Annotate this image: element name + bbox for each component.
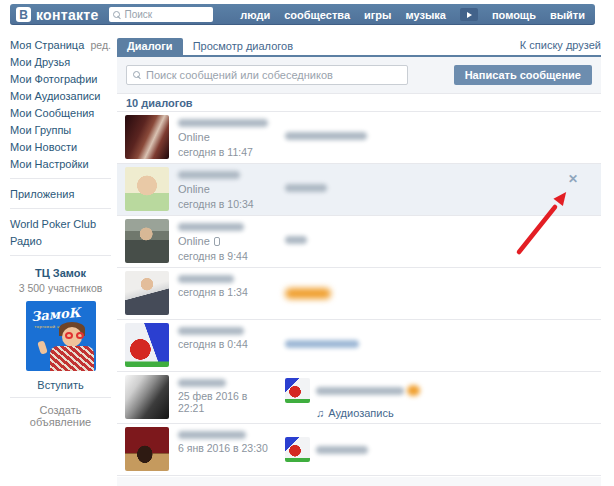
ad-kid-glasses — [76, 332, 84, 339]
ad-kid-glasses — [65, 332, 73, 339]
vk-logo-icon: В — [16, 7, 31, 22]
message-text-redacted — [316, 387, 404, 395]
ad-join-link[interactable]: Вступить — [10, 379, 111, 391]
mobile-icon — [214, 237, 220, 246]
sidebar-menu-item[interactable]: Мои Фотографии — [10, 70, 111, 87]
dialog-info: сегодня в 1:34 — [178, 268, 276, 319]
sidebar-menu-item[interactable]: Мои Группы — [10, 121, 111, 138]
sidebar-menu: Моя Страница ред. Мои Друзья Мои Фотогра… — [10, 36, 111, 172]
ad-group-title-link[interactable]: ТЦ Замок — [10, 267, 111, 279]
sidebar-menu-item[interactable]: Мои Новости — [10, 138, 111, 155]
message-text-redacted — [285, 236, 307, 244]
to-friends-list-link[interactable]: К списку друзей — [520, 39, 601, 55]
message-preview — [285, 112, 601, 163]
dialog-name-redacted — [178, 171, 240, 179]
sidebar: Моя Страница ред. Мои Друзья Мои Фотогра… — [10, 36, 111, 428]
dialog-avatar[interactable] — [125, 323, 169, 367]
ad-kid-shirt — [50, 346, 94, 371]
nav-games[interactable]: игры — [364, 9, 391, 21]
dialog-info: 25 фев 2016 в 22:21 — [178, 372, 276, 423]
attachment-thumbnail — [285, 437, 310, 462]
message-preview: ♫ Аудиозапись — [285, 372, 601, 423]
dialog-row[interactable]: 25 фев 2016 в 22:21 ♫ Аудиозапись — [117, 372, 601, 424]
vk-logo[interactable]: В контакте — [16, 7, 99, 23]
nav-communities[interactable]: сообщества — [284, 9, 350, 21]
dialog-avatar[interactable] — [125, 375, 169, 419]
dialog-avatar[interactable] — [125, 219, 169, 263]
dialog-name-redacted — [178, 431, 246, 439]
sidebar-menu-item[interactable]: Мои Настройки — [10, 155, 111, 172]
nav-music[interactable]: музыка — [405, 9, 445, 21]
dialog-row[interactable]: Online сегодня в 11:47 — [117, 112, 601, 164]
sidebar-divider — [10, 208, 111, 209]
top-header: В контакте Поиск люди сообщества игры му… — [10, 4, 595, 25]
music-note-icon: ♫ — [316, 407, 324, 419]
close-dialog-icon[interactable]: ✕ — [568, 173, 578, 185]
dialog-name-redacted — [178, 119, 268, 127]
attachment-row: ♫ Аудиозапись — [316, 407, 601, 419]
nav-help[interactable]: помощь — [492, 9, 536, 21]
sidebar-item-world-poker-club[interactable]: World Poker Club — [10, 215, 111, 232]
sidebar-menu-item[interactable]: Моя Страница ред. — [10, 36, 111, 53]
tab-bar: Диалоги Просмотр диалогов К списку друзе… — [117, 38, 601, 57]
vk-page: В контакте Поиск люди сообщества игры му… — [0, 0, 614, 486]
nav-logout[interactable]: выйти — [550, 9, 585, 21]
message-text-redacted — [285, 288, 331, 299]
message-preview-line — [285, 184, 601, 192]
create-ad-link[interactable]: Создать объявление — [10, 404, 111, 428]
message-text-redacted — [285, 132, 367, 140]
search-icon — [113, 11, 121, 19]
sidebar-ad: ТЦ Замок 3 500 участников ЗамоК торговый… — [10, 267, 111, 428]
footer-strip — [117, 477, 601, 486]
online-status-line: Online — [178, 131, 276, 143]
message-preview-line — [285, 340, 601, 348]
dialog-row[interactable]: сегодня в 0:44 — [117, 320, 601, 372]
dialog-avatar[interactable] — [125, 271, 169, 315]
attachment-link[interactable]: Аудиозапись — [328, 407, 393, 419]
message-search-placeholder: Поиск сообщений или собеседников — [146, 69, 333, 81]
dialog-timestamp: сегодня в 0:44 — [178, 338, 276, 350]
sidebar-item-label: Мои Сообщения — [10, 107, 94, 119]
dialog-avatar[interactable] — [125, 115, 169, 159]
sidebar-item-radio[interactable]: Радио — [10, 232, 111, 249]
sidebar-menu-item[interactable]: Мои Друзья — [10, 53, 111, 70]
nav-people[interactable]: люди — [240, 9, 270, 21]
sidebar-menu-item[interactable]: Мои Сообщения — [10, 104, 111, 121]
compose-message-button[interactable]: Написать сообщение — [454, 65, 592, 85]
vk-logo-text: контакте — [36, 7, 99, 23]
dialog-row[interactable]: Online сегодня в 10:34 ✕ — [117, 164, 601, 216]
sidebar-divider — [10, 255, 111, 256]
sidebar-item-apps[interactable]: Приложения — [10, 185, 111, 202]
global-search-placeholder: Поиск — [125, 9, 153, 20]
sidebar-item-label: Мои Друзья — [10, 56, 70, 68]
ad-members-count: 3 500 участников — [10, 282, 111, 294]
message-search-input[interactable]: Поиск сообщений или собеседников — [126, 65, 408, 85]
sidebar-item-label: Мои Аудиозаписи — [10, 90, 100, 102]
sidebar-item-label: Мои Настройки — [10, 158, 89, 170]
dialog-timestamp: сегодня в 10:34 — [178, 198, 276, 210]
dialog-row[interactable]: сегодня в 1:34 — [117, 268, 601, 320]
message-preview — [285, 216, 601, 267]
dialog-avatar[interactable] — [125, 427, 169, 471]
dialog-row[interactable]: Online сегодня в 9:44 — [117, 216, 601, 268]
ad-image[interactable]: ЗамоК торговый центр — [26, 301, 96, 371]
dialog-info: 6 янв 2016 в 23:30 — [178, 424, 276, 475]
sidebar-menu-item[interactable]: Мои Аудиозаписи — [10, 87, 111, 104]
sidebar-item-edit-link[interactable]: ред. — [91, 39, 112, 51]
global-search-input[interactable]: Поиск — [109, 7, 213, 22]
dialog-info: Online сегодня в 9:44 — [178, 216, 276, 267]
tab-dialog-view[interactable]: Просмотр диалогов — [183, 38, 303, 55]
dialog-avatar[interactable] — [125, 167, 169, 211]
message-preview-line — [285, 437, 601, 462]
online-status-line: Online — [178, 183, 276, 195]
dialog-row[interactable]: 6 янв 2016 в 23:30 — [117, 424, 601, 476]
emoji-redacted — [407, 385, 420, 396]
music-play-button[interactable] — [460, 8, 478, 21]
message-preview-line — [285, 132, 601, 140]
tab-dialogs[interactable]: Диалоги — [117, 38, 183, 55]
sidebar-item-label: Мои Новости — [10, 141, 77, 153]
message-preview — [285, 268, 601, 319]
sidebar-item-label: Мои Группы — [10, 124, 71, 136]
message-text-redacted — [285, 184, 327, 192]
message-preview-line — [285, 288, 601, 299]
